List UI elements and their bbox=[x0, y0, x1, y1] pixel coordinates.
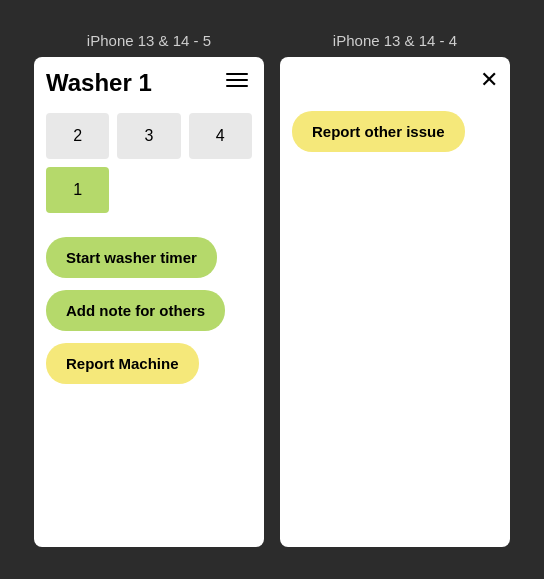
phone1-screen: Washer 1 2 3 4 1 Start washer timer bbox=[34, 57, 264, 547]
phone1-wrapper: iPhone 13 & 14 - 5 Washer 1 2 3 4 1 bbox=[34, 32, 264, 547]
close-button[interactable]: ✕ bbox=[480, 69, 498, 91]
phone2-label: iPhone 13 & 14 - 4 bbox=[333, 32, 457, 49]
phone1-header: Washer 1 bbox=[46, 69, 252, 97]
phones-container: iPhone 13 & 14 - 5 Washer 1 2 3 4 1 bbox=[24, 22, 520, 557]
report-other-issue-button[interactable]: Report other issue bbox=[292, 111, 465, 152]
washer-btn-1[interactable]: 1 bbox=[46, 167, 109, 213]
washer-title: Washer 1 bbox=[46, 69, 152, 97]
start-washer-timer-button[interactable]: Start washer timer bbox=[46, 237, 217, 278]
phone2-screen: ✕ Report other issue bbox=[280, 57, 510, 547]
menu-icon[interactable] bbox=[222, 69, 252, 91]
washer-btn-3[interactable]: 3 bbox=[117, 113, 180, 159]
phone2-wrapper: iPhone 13 & 14 - 4 ✕ Report other issue bbox=[280, 32, 510, 547]
action-buttons: Start washer timer Add note for others R… bbox=[46, 237, 252, 384]
add-note-button[interactable]: Add note for others bbox=[46, 290, 225, 331]
washer-btn-2[interactable]: 2 bbox=[46, 113, 109, 159]
washer-btn-4[interactable]: 4 bbox=[189, 113, 252, 159]
phone1-label: iPhone 13 & 14 - 5 bbox=[87, 32, 211, 49]
phone2-header: ✕ bbox=[292, 69, 498, 91]
report-machine-button[interactable]: Report Machine bbox=[46, 343, 199, 384]
washer-grid-row1: 2 3 4 bbox=[46, 113, 252, 159]
washer-grid-row2: 1 bbox=[46, 167, 252, 213]
